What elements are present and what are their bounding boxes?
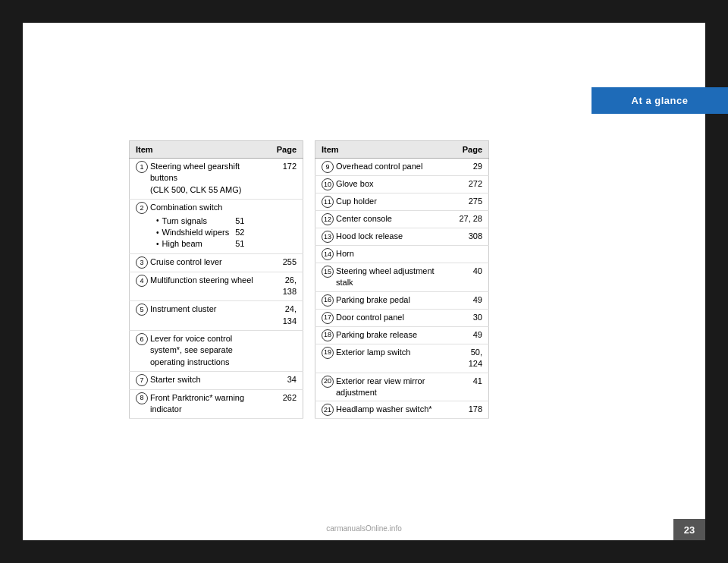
table-row: 16Parking brake pedal49 <box>315 291 489 309</box>
item-cell: 18Parking brake release <box>315 326 450 344</box>
item-number: 10 <box>322 178 334 190</box>
page-number-cell: 255 <box>263 254 303 272</box>
watermark: carmanualsOnline.info <box>326 524 402 533</box>
item-number: 3 <box>136 256 148 269</box>
right-table-item-header: Item <box>315 141 450 159</box>
sub-item-label: Turn signals <box>162 215 208 227</box>
bullet-icon: • <box>156 215 159 226</box>
sub-item-label: High beam <box>162 238 202 250</box>
bullet-icon: • <box>156 239 159 250</box>
table-row: 13Hood lock release308 <box>315 228 489 246</box>
item-text: Glove box <box>336 178 374 190</box>
item-cell: 6Lever for voice control system*, see se… <box>130 330 264 371</box>
item-number: 12 <box>322 213 334 225</box>
section-tab: At a glance <box>592 87 728 114</box>
item-text: Exterior rear view mirror adjustment <box>336 376 443 399</box>
item-number: 13 <box>322 231 334 243</box>
sub-item-page: 51 <box>232 215 244 227</box>
item-number: 16 <box>322 294 334 307</box>
bullet-icon: • <box>156 228 159 238</box>
sub-item-page: 51 <box>232 238 244 250</box>
page-number-cell: 308 <box>449 228 488 246</box>
item-text: Cruise control lever <box>150 256 222 268</box>
sub-item: •Windshield wipers52 <box>156 227 244 238</box>
item-cell: 13Hood lock release <box>315 228 450 246</box>
sub-item-label: Windshield wipers <box>162 227 230 238</box>
item-cell: 16Parking brake pedal <box>315 291 450 309</box>
page-number-cell: 262 <box>263 389 303 419</box>
page-number-cell: 49 <box>449 291 488 309</box>
item-cell: 21Headlamp washer switch* <box>315 401 450 419</box>
item-cell: 10Glove box <box>315 176 450 193</box>
item-text: Horn <box>336 248 354 259</box>
sub-items: •Turn signals51•Windshield wipers52•High… <box>150 215 244 250</box>
item-number: 11 <box>322 196 334 208</box>
sub-item: •High beam51 <box>156 238 244 250</box>
table-row: 20Exterior rear view mirror adjustment41 <box>315 373 489 401</box>
item-text: Overhead control panel <box>336 161 422 172</box>
page-number-cell: 40 <box>449 263 488 292</box>
page-number-cell: 26, 138 <box>263 272 303 301</box>
item-text: Parking brake release <box>336 329 417 341</box>
item-number: 5 <box>136 304 148 316</box>
item-number: 15 <box>322 266 334 278</box>
item-text: Parking brake pedal <box>336 294 410 306</box>
page-number-cell <box>449 246 488 263</box>
item-number: 1 <box>136 161 148 173</box>
item-cell: 20Exterior rear view mirror adjustment <box>315 373 450 401</box>
page-number-cell: 178 <box>449 401 488 419</box>
item-number: 2 <box>136 202 148 214</box>
page-number-cell: 30 <box>449 309 488 326</box>
page-number-cell: 41 <box>449 373 488 401</box>
item-number: 9 <box>322 161 334 173</box>
table-row: 2Combination switch•Turn signals51•Winds… <box>130 200 303 254</box>
table-row: 7Starter switch34 <box>130 372 303 389</box>
left-table: Item Page 1Steering wheel gearshift butt… <box>129 140 303 419</box>
item-number: 8 <box>136 392 148 404</box>
table-row: 21Headlamp washer switch*178 <box>315 401 489 419</box>
item-cell: 15Steering wheel adjustment stalk <box>315 263 450 292</box>
item-text: Multifunction steering wheel <box>150 275 253 286</box>
item-cell: 14Horn <box>315 246 450 263</box>
page-number-cell: 27, 28 <box>449 211 488 228</box>
item-text: Instrument cluster <box>150 304 216 315</box>
page-number-cell: 172 <box>263 159 303 200</box>
item-number: 21 <box>322 404 334 416</box>
table-row: 8Front Parktronic* warning indicator262 <box>130 389 303 419</box>
item-number: 18 <box>322 329 334 341</box>
item-text: Hood lock release <box>336 231 403 242</box>
item-cell: 11Cup holder <box>315 193 450 211</box>
item-cell: 3Cruise control lever <box>130 254 264 272</box>
item-cell: 5Instrument cluster <box>130 301 264 331</box>
item-cell: 7Starter switch <box>130 372 264 389</box>
left-table-page-header: Page <box>263 141 303 159</box>
item-cell: 12Center console <box>315 211 450 228</box>
item-text: Headlamp washer switch* <box>336 404 432 415</box>
table-row: 17Door control panel30 <box>315 309 489 326</box>
page-number-cell: 34 <box>263 372 303 389</box>
table-row: 6Lever for voice control system*, see se… <box>130 330 303 371</box>
table-row: 19Exterior lamp switch50, 124 <box>315 344 489 373</box>
sub-item: •Turn signals51 <box>156 215 244 227</box>
item-number: 20 <box>322 376 334 388</box>
tables-container: Item Page 1Steering wheel gearshift butt… <box>129 140 489 419</box>
table-row: 4Multifunction steering wheel26, 138 <box>130 272 303 301</box>
table-row: 18Parking brake release49 <box>315 326 489 344</box>
page-number-cell: 275 <box>449 193 488 211</box>
table-row: 12Center console27, 28 <box>315 211 489 228</box>
item-number: 17 <box>322 312 334 324</box>
section-tab-label: At a glance <box>632 95 689 106</box>
item-number: 7 <box>136 374 148 386</box>
left-table-item-header: Item <box>130 141 264 159</box>
item-text: Door control panel <box>336 312 404 323</box>
item-number: 6 <box>136 333 148 345</box>
page-number: 23 <box>673 519 705 540</box>
table-row: 5Instrument cluster24, 134 <box>130 301 303 331</box>
table-row: 14Horn <box>315 246 489 263</box>
sub-item-page: 52 <box>232 227 244 238</box>
item-number: 14 <box>322 248 334 260</box>
item-text: Combination switch•Turn signals51•Windsh… <box>150 202 244 250</box>
page-number-cell <box>263 330 303 371</box>
item-cell: 9Overhead control panel <box>315 159 450 176</box>
item-text: Front Parktronic* warning indicator <box>150 392 257 416</box>
